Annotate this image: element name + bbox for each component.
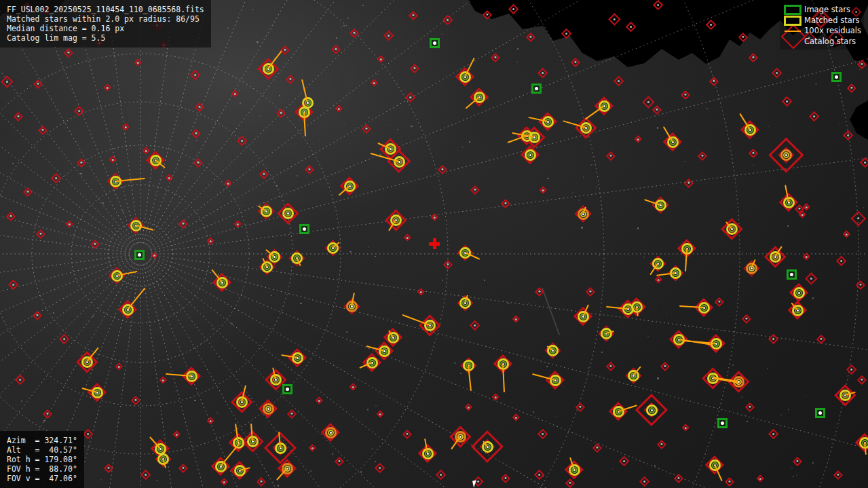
matched-stars-stat: Matched stars within 2.0 px radius: 86/9… xyxy=(7,14,200,24)
image-star-square-icon xyxy=(781,5,804,15)
matched-star-ring xyxy=(388,332,399,343)
matched-star-ring xyxy=(263,403,274,415)
matched-star-ring xyxy=(379,345,390,357)
matched-star-ring xyxy=(261,261,273,273)
catalog-lim-mag-stat: Catalog lim mag = 5.5 xyxy=(7,33,105,43)
fits-info-box: FF_USL002_20250525_110454_110_0685568.fi… xyxy=(0,0,211,48)
matched-star-ring xyxy=(550,375,561,386)
matched-star-ring xyxy=(424,320,436,331)
fits-filename: FF_USL002_20250525_110454_110_0685568.fi… xyxy=(7,5,204,14)
image-star-square xyxy=(815,408,825,418)
image-star-square xyxy=(299,224,309,234)
matched-star-ring xyxy=(270,374,282,386)
matched-star-ring xyxy=(655,200,666,211)
fov-h-value: FOV h = 88.70° xyxy=(7,464,77,474)
legend-row-residuals: 100x residuals xyxy=(781,26,861,37)
median-distance-stat: Median distance = 0.16 px xyxy=(7,24,124,33)
matched-star-ring xyxy=(744,124,756,136)
pointing-info-box: Azim = 324.71° Alt = 40.57° Rot h = 179.… xyxy=(0,431,84,488)
legend-row-matched-stars: Matched stars xyxy=(781,16,861,26)
azim-value: Azim = 324.71° xyxy=(7,436,77,445)
matched-star-ring xyxy=(667,136,679,148)
matched-star-ring xyxy=(780,149,792,161)
field-center-cross-icon xyxy=(429,238,440,249)
image-star-square xyxy=(787,269,797,280)
image-star-square xyxy=(831,72,842,82)
matched-star-ring xyxy=(542,116,554,128)
image-star-square xyxy=(717,418,728,428)
matched-star-ring xyxy=(525,149,536,161)
alt-value: Alt = 40.57° xyxy=(7,445,77,455)
residual-line-icon xyxy=(781,31,804,32)
legend-label: Matched stars xyxy=(804,16,859,26)
astrometry-plot-canvas: FF_USL002_20250525_110454_110_0685568.fi… xyxy=(0,0,868,488)
matched-star-circle-icon xyxy=(781,16,804,26)
legend-label: Image stars xyxy=(804,5,850,16)
matched-star-ring xyxy=(394,156,405,168)
image-star-square xyxy=(134,250,145,260)
matched-star-ring xyxy=(793,287,805,299)
matched-star-ring xyxy=(325,427,337,438)
legend-row-image-stars: Image stars xyxy=(781,5,861,16)
matched-star-ring xyxy=(569,464,580,476)
matched-star-ring xyxy=(92,387,103,398)
matched-star-ring xyxy=(580,122,592,134)
rot-value: Rot h = 179.08° xyxy=(7,455,77,464)
legend: Image stars Matched stars 100x residuals… xyxy=(780,3,864,50)
fov-v-value: FOV v = 47.06° xyxy=(7,474,77,483)
legend-label: Catalog stars xyxy=(804,37,856,48)
matched-star-ring xyxy=(282,208,294,219)
legend-label: 100x residuals xyxy=(804,26,861,37)
legend-row-catalog-stars: Catalog stars xyxy=(781,37,861,48)
matched-star-ring xyxy=(646,405,658,416)
image-star-square xyxy=(531,83,542,94)
matched-star-ring xyxy=(385,143,396,155)
image-star-square xyxy=(430,38,440,48)
image-star-square xyxy=(282,384,293,394)
